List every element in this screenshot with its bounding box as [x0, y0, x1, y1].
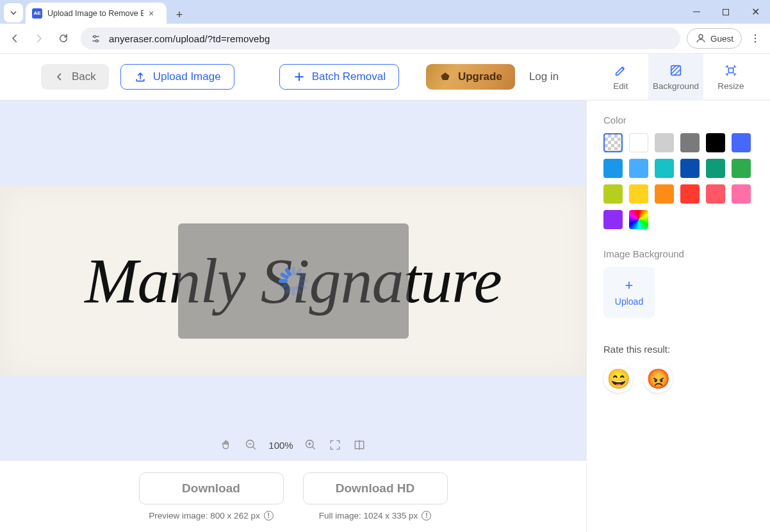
tab-favicon-icon: AE — [32, 8, 42, 19]
tab-background[interactable]: Background — [648, 54, 703, 101]
browser-titlebar: AE Upload Image to Remove Bg × + ✕ — [0, 0, 770, 24]
svg-point-4 — [755, 38, 756, 39]
download-hd-label: Download HD — [336, 481, 415, 496]
guest-label: Guest — [710, 34, 733, 44]
tab-search-dropdown[interactable] — [4, 3, 23, 22]
batch-removal-label: Batch Removal — [312, 70, 386, 83]
download-hd-button[interactable]: Download HD — [303, 472, 448, 504]
window-controls: ✕ — [682, 0, 770, 24]
profile-guest-button[interactable]: Guest — [687, 28, 742, 49]
rate-heading: Rate this result: — [603, 344, 753, 355]
browser-address-bar: anyeraser.com/upload/?td=removebg Guest — [0, 24, 770, 54]
back-label: Back — [72, 70, 96, 83]
color-swatch-grid — [603, 133, 753, 229]
window-minimize-button[interactable] — [682, 0, 711, 24]
image-bg-upload-label: Upload — [615, 296, 643, 307]
pan-hand-icon[interactable] — [220, 438, 234, 452]
nav-reload-button[interactable] — [53, 28, 74, 49]
color-swatch-9[interactable] — [680, 159, 700, 178]
loading-overlay — [178, 223, 409, 339]
color-swatch-15[interactable] — [680, 184, 700, 204]
download-sub: Preview image: 800 x 262 px ! — [149, 511, 273, 520]
tab-edit-label: Edit — [613, 81, 628, 91]
info-icon[interactable]: ! — [422, 511, 431, 520]
batch-removal-button[interactable]: Batch Removal — [279, 64, 399, 90]
image-bg-heading: Image Background — [603, 248, 753, 259]
window-close-button[interactable]: ✕ — [741, 0, 770, 24]
spinner-icon — [277, 265, 309, 297]
browser-menu-button[interactable] — [744, 28, 766, 49]
svg-point-5 — [755, 41, 756, 42]
new-tab-button[interactable]: + — [170, 6, 188, 24]
tab-resize-label: Resize — [717, 81, 744, 91]
tab-edit[interactable]: Edit — [593, 54, 648, 101]
upload-image-label: Upload Image — [153, 70, 221, 83]
zoom-value: 100% — [268, 440, 293, 451]
workspace: Manly Signature — [0, 101, 770, 532]
login-link[interactable]: Log in — [529, 70, 559, 83]
image-bg-upload-button[interactable]: + Upload — [603, 267, 655, 318]
upgrade-button[interactable]: Upgrade — [426, 64, 515, 90]
color-swatch-8[interactable] — [655, 159, 674, 178]
color-swatch-4[interactable] — [706, 133, 725, 152]
upload-image-button[interactable]: Upload Image — [120, 64, 234, 90]
color-swatch-2[interactable] — [655, 133, 674, 152]
color-swatch-14[interactable] — [655, 184, 674, 204]
rate-happy-button[interactable]: 😄 — [603, 364, 633, 393]
download-row: Download Preview image: 800 x 262 px ! D… — [0, 461, 586, 532]
tab-close-icon[interactable]: × — [149, 8, 154, 19]
url-text: anyeraser.com/upload/?td=removebg — [109, 33, 270, 44]
color-swatch-17[interactable] — [732, 184, 751, 204]
tab-title: Upload Image to Remove Bg — [47, 9, 143, 18]
color-swatch-5[interactable] — [732, 133, 751, 152]
color-swatch-13[interactable] — [629, 184, 648, 204]
side-panel: Color Image Background + Upload Rate thi… — [587, 101, 770, 532]
svg-point-2 — [699, 35, 703, 38]
color-swatch-16[interactable] — [706, 184, 725, 204]
nav-forward-button — [28, 28, 50, 49]
url-bar[interactable]: anyeraser.com/upload/?td=removebg — [81, 28, 680, 49]
canvas-area: Manly Signature — [0, 101, 587, 532]
canvas-controls: 100% — [0, 438, 586, 452]
plus-icon: + — [625, 278, 634, 293]
app-toolbar: Back Upload Image Batch Removal Upgrade … — [0, 54, 770, 101]
svg-rect-7 — [728, 68, 733, 72]
color-heading: Color — [603, 115, 753, 125]
tool-tabs: Edit Background Resize — [593, 54, 758, 101]
svg-point-3 — [755, 35, 756, 36]
color-swatch-3[interactable] — [680, 133, 700, 152]
color-swatch-10[interactable] — [706, 159, 725, 178]
browser-tab[interactable]: AE Upload Image to Remove Bg × — [26, 3, 167, 24]
nav-back-button[interactable] — [4, 28, 26, 49]
fullscreen-icon[interactable] — [328, 438, 342, 452]
rate-row: 😄 😡 — [603, 364, 753, 393]
compare-split-icon[interactable] — [352, 438, 366, 452]
color-swatch-18[interactable] — [603, 210, 623, 229]
color-swatch-19[interactable] — [629, 210, 648, 229]
zoom-in-icon[interactable] — [304, 438, 318, 452]
upgrade-label: Upgrade — [458, 70, 502, 83]
tab-background-label: Background — [653, 81, 699, 91]
color-swatch-0[interactable] — [603, 133, 623, 152]
window-maximize-button[interactable] — [711, 0, 741, 24]
rate-angry-button[interactable]: 😡 — [643, 364, 673, 393]
color-swatch-11[interactable] — [732, 159, 751, 178]
back-button[interactable]: Back — [41, 64, 109, 90]
info-icon[interactable]: ! — [264, 511, 274, 520]
download-label: Download — [182, 481, 240, 496]
svg-point-1 — [95, 40, 97, 42]
color-swatch-7[interactable] — [629, 159, 648, 178]
svg-point-0 — [94, 35, 95, 37]
color-swatch-6[interactable] — [603, 159, 623, 178]
canvas-stage[interactable]: Manly Signature — [0, 101, 586, 461]
color-swatch-12[interactable] — [603, 184, 623, 204]
download-hd-sub: Full image: 1024 x 335 px ! — [319, 511, 432, 520]
download-button[interactable]: Download — [139, 472, 284, 504]
site-settings-icon[interactable] — [90, 33, 101, 44]
tab-resize[interactable]: Resize — [703, 54, 758, 101]
color-swatch-1[interactable] — [629, 133, 648, 152]
zoom-out-icon[interactable] — [244, 438, 258, 452]
